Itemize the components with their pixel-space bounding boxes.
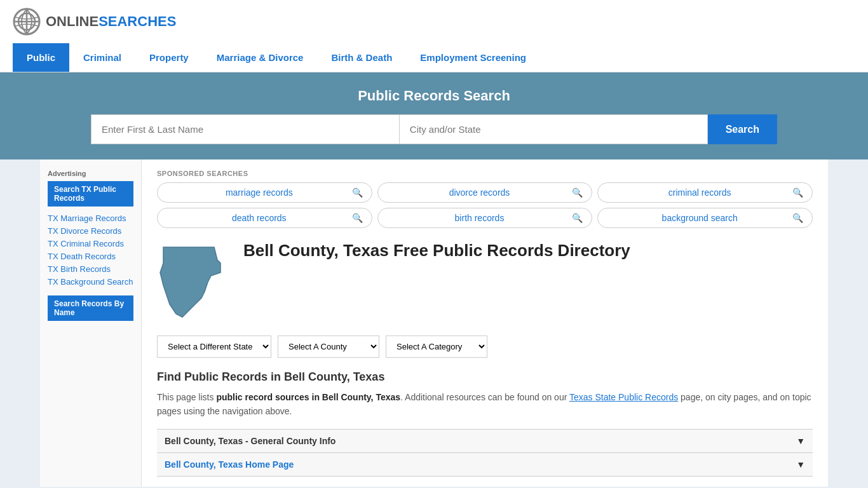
county-header: Bell County, Texas Free Public Records D… — [157, 241, 813, 325]
sidebar-link-death[interactable]: TX Death Records — [48, 252, 116, 261]
nav-item-public[interactable]: Public — [13, 43, 69, 72]
pill-criminal[interactable]: criminal records 🔍 — [597, 182, 813, 203]
pill-criminal-text: criminal records — [607, 187, 792, 198]
search-form: Search — [91, 114, 777, 144]
search-tx-button[interactable]: Search TX Public Records — [48, 181, 133, 207]
category-dropdown[interactable]: Select A Category — [386, 336, 487, 358]
desc-part2: . Additional resources can be found on o… — [400, 392, 569, 402]
accordion: Bell County, Texas - General County Info… — [157, 429, 813, 477]
sponsored-label: SPONSORED SEARCHES — [157, 170, 813, 177]
accordion-header-general[interactable]: Bell County, Texas - General County Info… — [157, 430, 813, 452]
sidebar-link-criminal[interactable]: TX Criminal Records — [48, 239, 124, 248]
pill-background-text: background search — [607, 213, 792, 223]
accordion-title-home: Bell County, Texas Home Page — [165, 459, 294, 470]
sidebar-link-birth[interactable]: TX Birth Records — [48, 264, 111, 274]
find-title: Find Public Records in Bell County, Texa… — [157, 370, 813, 384]
list-item: TX Divorce Records — [48, 226, 133, 236]
content-description: This page lists public record sources in… — [157, 390, 813, 419]
list-item: TX Criminal Records — [48, 238, 133, 248]
list-item: TX Marriage Records — [48, 213, 133, 223]
desc-bold: public record sources in Bell County, Te… — [216, 392, 400, 402]
search-icon: 🔍 — [352, 213, 363, 223]
pill-divorce[interactable]: divorce records 🔍 — [377, 182, 593, 203]
ad-label: Advertising — [48, 170, 133, 177]
pill-death-text: death records — [166, 213, 352, 223]
dropdown-row: Select a Different State Select A County… — [157, 336, 813, 358]
pill-divorce-text: divorce records — [387, 187, 573, 198]
accordion-header-home[interactable]: Bell County, Texas Home Page ▼ — [157, 453, 813, 476]
search-icon: 🔍 — [792, 213, 803, 223]
nav-item-employment[interactable]: Employment Screening — [406, 43, 540, 72]
list-item: TX Background Search — [48, 276, 133, 287]
search-icon: 🔍 — [572, 187, 583, 198]
pill-marriage[interactable]: marriage records 🔍 — [157, 182, 372, 203]
nav-item-criminal[interactable]: Criminal — [69, 43, 135, 72]
main-content: SPONSORED SEARCHES marriage records 🔍 di… — [142, 159, 828, 487]
logo[interactable]: ONLINESEARCHES — [13, 8, 176, 36]
nav-item-birth-death[interactable]: Birth & Death — [317, 43, 406, 72]
county-dropdown[interactable]: Select A County — [278, 336, 379, 358]
site-header: ONLINESEARCHES — [0, 0, 868, 43]
list-item: TX Birth Records — [48, 264, 133, 274]
list-item: TX Death Records — [48, 251, 133, 261]
sidebar: Advertising Search TX Public Records TX … — [40, 159, 142, 487]
accordion-item-home: Bell County, Texas Home Page ▼ — [157, 453, 813, 477]
search-icon: 🔍 — [352, 187, 363, 198]
main-nav: Public Criminal Property Marriage & Divo… — [0, 43, 868, 72]
search-icon: 🔍 — [792, 187, 803, 198]
sidebar-link-divorce[interactable]: TX Divorce Records — [48, 226, 121, 236]
sidebar-link-marriage[interactable]: TX Marriage Records — [48, 214, 126, 223]
pill-birth[interactable]: birth records 🔍 — [377, 208, 593, 228]
logo-icon — [13, 8, 41, 36]
search-by-name-button[interactable]: Search Records By Name — [48, 295, 133, 321]
chevron-down-icon: ▼ — [796, 436, 805, 446]
county-home-link[interactable]: Bell County, Texas Home Page — [165, 459, 294, 470]
location-input[interactable] — [399, 114, 708, 144]
banner-title: Public Records Search — [13, 88, 855, 104]
search-pills: marriage records 🔍 divorce records 🔍 cri… — [157, 182, 813, 228]
sidebar-link-background[interactable]: TX Background Search — [48, 277, 133, 287]
tx-public-records-link[interactable]: Texas State Public Records — [569, 392, 678, 402]
pill-background[interactable]: background search 🔍 — [597, 208, 813, 228]
pill-birth-text: birth records — [387, 213, 573, 223]
pill-marriage-text: marriage records — [166, 187, 352, 198]
search-button[interactable]: Search — [708, 114, 777, 144]
main-container: Advertising Search TX Public Records TX … — [40, 159, 828, 487]
state-dropdown[interactable]: Select a Different State — [157, 336, 271, 358]
chevron-down-icon: ▼ — [796, 459, 805, 470]
search-banner: Public Records Search Search — [0, 72, 868, 159]
accordion-item-general: Bell County, Texas - General County Info… — [157, 430, 813, 453]
nav-item-property[interactable]: Property — [135, 43, 203, 72]
search-icon: 🔍 — [572, 213, 583, 223]
name-input[interactable] — [91, 114, 399, 144]
accordion-title-general: Bell County, Texas - General County Info — [165, 436, 336, 446]
texas-map-icon — [157, 241, 233, 325]
county-title: Bell County, Texas Free Public Records D… — [243, 241, 630, 261]
nav-item-marriage-divorce[interactable]: Marriage & Divorce — [203, 43, 318, 72]
logo-text: ONLINESEARCHES — [46, 13, 176, 30]
pill-death[interactable]: death records 🔍 — [157, 208, 372, 228]
desc-part1: This page lists — [157, 392, 216, 402]
sidebar-links: TX Marriage Records TX Divorce Records T… — [48, 213, 133, 287]
